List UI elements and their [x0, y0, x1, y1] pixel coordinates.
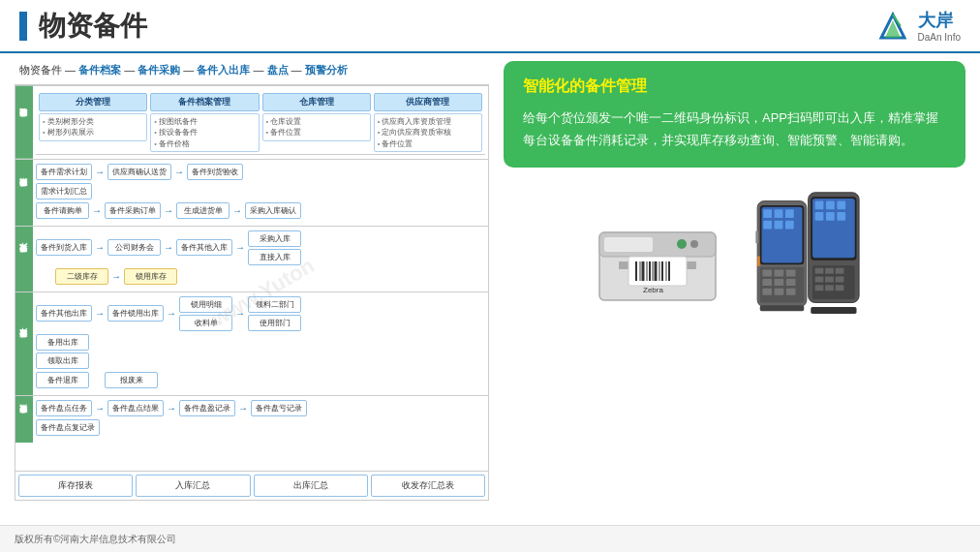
svg-rect-29 [826, 212, 835, 221]
svg-text:Zebra: Zebra [643, 286, 663, 294]
section-inbound-label: 备件入库管理 [15, 227, 33, 291]
left-diagram-area: 物资备件 — 备件档案 — 备件采购 — 备件入出库 — 盘点 — 预警分析 w… [15, 61, 489, 517]
diagram-container: www.Yuton 备件基础管理 分类管理 类别树形分类 [15, 84, 489, 501]
lock-detail: 锁用明细 [179, 296, 232, 313]
dept-dispatch: 领料二部门 [248, 296, 301, 313]
other-inbound: 备件其他入库 [176, 239, 232, 256]
section-purchase-content: 备件需求计划 → 供应商确认送货 → 备件到货验收 需求计划汇总 备件请购单 [33, 160, 488, 226]
inventory-row1: 备件盘点任务 → 备件盘点结果 → 备件盘盈记录 → 备件盘亏记录 [36, 400, 485, 416]
block-archive: 备件档案管理 按图纸备件 按设备备件 备件价格 [150, 93, 259, 152]
supplier-confirm: 供应商确认送货 [107, 164, 171, 180]
block-classify: 分类管理 类别树形分类 树形列表展示 [39, 93, 147, 141]
lock-outbound: 备件锁用出库 [107, 305, 164, 322]
purchase-inbound: 采购入库 [248, 230, 301, 247]
logo-area: 大岸 DaAn Info [873, 7, 961, 46]
svg-rect-25 [814, 200, 823, 209]
arrow1: → [95, 167, 105, 177]
svg-rect-38 [814, 285, 823, 291]
outbound-row1: 备件其他出库 → 备件锁用出库 → 锁用明细 收料单 → 领料 [36, 296, 485, 331]
generate-invoice: 生成进货单 [176, 202, 230, 219]
inventory-row2: 备件盘点复记录 [36, 419, 485, 436]
svg-rect-30 [837, 212, 845, 221]
arrival-check: 备件到货验收 [187, 164, 243, 180]
section-basic-content: 分类管理 类别树形分类 树形列表展示 备件档案管理 按图纸备件 [33, 86, 488, 159]
purchase-order: 备件采购订单 [105, 202, 161, 219]
secondary-stock: 二级库存 [55, 268, 108, 285]
svg-rect-33 [825, 267, 834, 273]
svg-rect-51 [755, 230, 758, 243]
inventory-task: 备件盘点任务 [36, 400, 92, 416]
diagram-sections: 备件基础管理 分类管理 类别树形分类 树形列表展示 [15, 85, 488, 500]
svg-rect-46 [774, 209, 782, 218]
finance: 公司财务会 [107, 239, 161, 256]
inbound-row2: 二级库存 → 锁用库存 [36, 268, 485, 285]
svg-rect-45 [763, 209, 772, 218]
receive-doc: 收料单 [179, 315, 232, 331]
arrow2: → [174, 167, 184, 177]
svg-rect-54 [774, 269, 783, 276]
section-basic-label: 备件基础管理 [15, 86, 33, 159]
svg-rect-34 [835, 267, 843, 273]
section-inventory-content: 备件盘点任务 → 备件盘点结果 → 备件盘盈记录 → 备件盘亏记录 备件盘点复记… [33, 396, 488, 443]
requisition: 备件请购单 [36, 202, 89, 219]
section-inventory-label: 备件盘点管理 [15, 396, 33, 443]
page-title: 物资备件 [39, 8, 147, 45]
section-outbound-content: 备件其他出库 → 备件锁用出库 → 锁用明细 收料单 → 领料 [33, 292, 488, 395]
arrow5: → [232, 205, 242, 216]
svg-rect-26 [826, 200, 835, 209]
inbound-row1: 备件到货入库 → 公司财务会 → 备件其他入库 → 采购入库 直接入库 [36, 230, 485, 265]
svg-rect-48 [763, 220, 772, 229]
section-outbound-label: 备件出库管理 [15, 292, 33, 395]
svg-rect-60 [774, 288, 783, 294]
card-title: 智能化的备件管理 [523, 77, 946, 97]
footer-text: 版权所有©河南大岸信息技术有限公司 [15, 533, 176, 546]
diagram-wrapper: 备件基础管理 分类管理 类别树形分类 树形列表展示 [15, 85, 488, 500]
block-warehouse: 仓库管理 仓库设置 备件位置 [262, 93, 371, 141]
svg-rect-63 [757, 256, 760, 266]
outbound-row3: 备件退库 → 报废来 [36, 372, 485, 388]
company-logo-icon [873, 7, 912, 46]
header: 物资备件 大岸 DaAn Info [0, 0, 980, 53]
purchase-confirm: 采购入库确认 [245, 202, 301, 219]
arrival-inbound: 备件到货入库 [36, 239, 92, 256]
info-card: 智能化的备件管理 给每个货位颁发一个唯一二维码身份标识，APP扫码即可出入库，精… [504, 61, 965, 168]
right-area: 智能化的备件管理 给每个货位颁发一个唯一二维码身份标识，APP扫码即可出入库，精… [504, 61, 965, 517]
svg-rect-62 [759, 305, 804, 311]
spare-out: 备用出库 [36, 334, 89, 351]
arrow3: → [92, 205, 102, 216]
section-basic: 备件基础管理 分类管理 类别树形分类 树形列表展示 [15, 85, 488, 159]
svg-rect-56 [762, 279, 772, 286]
purchase-row1: 备件需求计划 → 供应商确认送货 → 备件到货验收 [36, 164, 485, 180]
printer-device-icon: Zebra [590, 203, 725, 320]
outbound-row2: 备用出库 领取出库 [36, 334, 485, 369]
return-stock: 备件退库 [36, 372, 89, 388]
svg-rect-40 [835, 285, 843, 291]
direct-inbound: 直接入库 [248, 249, 301, 265]
svg-rect-28 [814, 212, 823, 221]
inventory-result: 备件盘点结果 [107, 400, 164, 416]
section-inbound: 备件入库管理 备件到货入库 → 公司财务会 → 备件其他入库 → 采购入库 [15, 226, 488, 291]
svg-rect-59 [762, 288, 772, 294]
handheld-scanner-icon [745, 184, 880, 320]
breadcrumb: 物资备件 — 备件档案 — 备件采购 — 备件入出库 — 盘点 — 预警分析 [15, 61, 489, 79]
purchase-row3: 备件请购单 → 备件采购订单 → 生成进货单 → 采购入库确认 [36, 202, 485, 219]
inbound-summary: 入库汇总 [136, 475, 250, 497]
svg-rect-50 [785, 220, 794, 229]
stock-report: 库存报表 [18, 475, 133, 497]
svg-rect-53 [762, 269, 772, 276]
section-purchase: 备件采购管理 备件需求计划 → 供应商确认送货 → 备件到货验收 需求计划汇总 [15, 159, 488, 226]
pickup-out: 领取出库 [36, 353, 89, 369]
block-supplier: 供应商管理 供应商入库资质管理 定向供应商资质审核 备件位置 [374, 93, 482, 152]
section-inbound-content: 备件到货入库 → 公司财务会 → 备件其他入库 → 采购入库 直接入库 [33, 227, 488, 291]
company-name: 大岸 DaAn Info [918, 9, 961, 43]
svg-rect-57 [774, 279, 783, 286]
svg-rect-49 [774, 220, 782, 229]
svg-point-21 [690, 240, 698, 248]
svg-rect-39 [825, 285, 834, 291]
svg-rect-58 [785, 279, 795, 286]
basic-boxes-row: 分类管理 类别树形分类 树形列表展示 备件档案管理 按图纸备件 [36, 90, 485, 155]
svg-rect-61 [785, 288, 795, 294]
svg-rect-32 [814, 267, 823, 273]
svg-rect-27 [837, 200, 845, 209]
footer: 版权所有©河南大岸信息技术有限公司 [0, 525, 980, 552]
